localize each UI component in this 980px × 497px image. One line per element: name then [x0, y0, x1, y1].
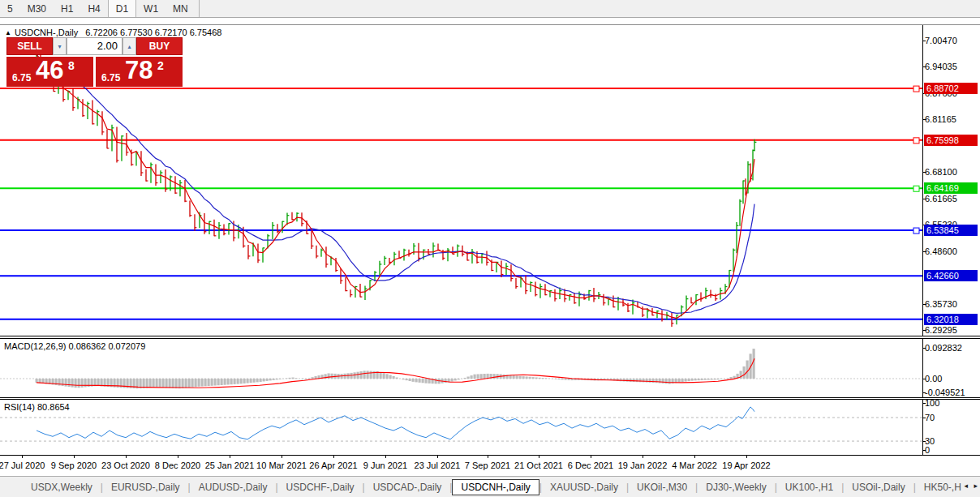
date-label: 9 Sep 2020 [51, 461, 97, 470]
timeframe-button-M30[interactable]: M30 [20, 0, 54, 17]
macd-histogram-bar [454, 379, 457, 380]
macd-histogram-bar [409, 379, 411, 381]
timeframe-button-H1[interactable]: H1 [54, 0, 80, 17]
macd-histogram-bar [458, 379, 460, 379]
axis-tick-label: 6.94035 [925, 62, 957, 71]
date-axis: 27 Jul 20209 Sep 202023 Oct 20208 Dec 20… [0, 455, 980, 476]
macd-histogram-bar [370, 371, 372, 379]
hline-handle[interactable] [913, 186, 919, 191]
macd-histogram-bar [208, 379, 210, 386]
chart-tab-usoil-daily[interactable]: USOil-,Daily [844, 479, 913, 495]
macd-histogram-bar [295, 378, 298, 379]
macd-histogram-bar [393, 376, 395, 379]
date-label: 7 Sep 2021 [465, 461, 510, 470]
macd-histogram-bar [445, 379, 447, 383]
buy-quote-button[interactable]: 6.75 78 2 [96, 57, 183, 87]
chart-tab-ukoil-m30[interactable]: UKOil-,M30 [629, 479, 695, 495]
date-label: 27 Jul 2020 [0, 461, 45, 470]
axis-tick-label: 7.00470 [925, 36, 957, 45]
timeframe-button-D1[interactable]: D1 [108, 0, 136, 17]
tab-scroll-left-icon[interactable]: ◂ [964, 482, 968, 490]
chart-tab-usdx-weekly[interactable]: USDX,Weekly [23, 479, 101, 495]
chart-tab-usdcad-daily[interactable]: USDCAD-,Daily [365, 479, 450, 495]
macd-histogram-bar [276, 379, 278, 379]
volume-decrease-button[interactable]: ▾ [53, 37, 67, 55]
symbol-period-label: USDCNH-,Daily [15, 28, 78, 37]
date-tickmark [22, 456, 23, 458]
one-click-trade-panel: SELL ▾ 2.00 ▴ BUY 6.75 46 8 6.75 78 2 [6, 37, 183, 87]
sell-button[interactable]: SELL [6, 37, 53, 55]
macd-histogram-bar [182, 379, 184, 388]
macd-histogram-bar [451, 379, 453, 382]
axis-tick-label: 6.29295 [925, 325, 957, 335]
macd-histogram-bar [662, 379, 664, 383]
macd-histogram-bar [643, 379, 645, 382]
macd-histogram-bar [159, 379, 161, 388]
chart-tab-dj30-weekly[interactable]: DJ30-,Weekly [698, 479, 774, 495]
macd-histogram-bar [659, 379, 661, 383]
macd-histogram-bar [386, 374, 389, 379]
macd-histogram-bar [513, 375, 515, 379]
tab-scroll-controls: ◂ ▸ [960, 482, 978, 490]
macd-histogram-bar [717, 379, 720, 379]
tab-scroll-right-icon[interactable]: ▸ [974, 482, 978, 490]
axis-tick-label: 0.00 [925, 374, 942, 383]
chart-tab-audusd-daily[interactable]: AUDUSD-,Daily [191, 479, 276, 495]
date-label: 8 Dec 2020 [155, 461, 200, 470]
macd-histogram-bar [279, 379, 282, 379]
ma-slow-line [37, 54, 754, 313]
chart-tab-eurusd-daily[interactable]: EURUSD-,Daily [103, 479, 188, 495]
macd-histogram-bar [175, 379, 178, 388]
rsi-canvas [0, 400, 922, 455]
macd-histogram-bar [214, 379, 217, 386]
rsi-label: RSI(14) 80.8654 [4, 402, 70, 412]
axis-tick-label: 6.81165 [925, 114, 956, 124]
rsi-line [37, 407, 754, 439]
timeframe-button-W1[interactable]: W1 [136, 0, 165, 17]
chart-tab-xauusd-daily[interactable]: XAUUSD-,Daily [542, 479, 626, 495]
date-label: 19 Apr 2022 [722, 461, 770, 470]
macd-histogram-bar [422, 379, 424, 383]
date-tickmark [591, 456, 591, 458]
date-label: 21 Oct 2021 [514, 461, 563, 470]
macd-histogram-bar [746, 361, 749, 379]
timeframe-button-H4[interactable]: H4 [80, 0, 107, 17]
sell-quote-button[interactable]: 6.75 46 8 [6, 57, 93, 87]
timeframe-button-MN[interactable]: MN [165, 0, 196, 17]
macd-histogram-bar [464, 378, 466, 379]
volume-increase-button[interactable]: ▴ [122, 37, 136, 55]
date-label: 10 Mar 2021 [256, 461, 307, 470]
macd-histogram-bar [81, 379, 84, 388]
chart-tab-uk100-h1[interactable]: UK100-,H1 [777, 479, 841, 495]
macd-histogram-bar [240, 379, 243, 383]
price-level-label-6.53845: 6.53845 [924, 225, 978, 236]
macd-histogram-bar [221, 379, 223, 385]
hline-handle[interactable] [913, 228, 919, 234]
buy-button[interactable]: BUY [136, 37, 183, 55]
chart-tab-usdcnh-daily[interactable]: USDCNH-,Daily [452, 479, 539, 495]
price-level-label-6.75998: 6.75998 [924, 135, 978, 146]
date-tickmark [74, 456, 75, 458]
date-label: 23 Jul 2021 [415, 461, 461, 470]
macd-histogram-bar [730, 377, 733, 379]
buy-price-pip: 2 [157, 59, 164, 72]
hline-handle[interactable] [913, 86, 919, 92]
chart-tab-usdchf-daily[interactable]: USDCHF-,Daily [278, 479, 363, 495]
macd-histogram-bar [97, 379, 100, 386]
macd-histogram-bar [649, 379, 651, 383]
trading-app: 5M30H1H4D1W1MN 7.004706.940356.876006.81… [0, 0, 980, 497]
macd-histogram-bar [535, 377, 538, 379]
collapse-arrow-icon[interactable]: ▲ [5, 29, 11, 36]
macd-histogram-bar [36, 379, 38, 383]
macd-histogram-bar [636, 379, 638, 382]
date-label: 6 Dec 2021 [568, 461, 613, 470]
macd-histogram-bar [357, 372, 359, 379]
timeframe-button-5[interactable]: 5 [0, 0, 20, 17]
macd-histogram-bar [701, 379, 703, 380]
volume-input[interactable]: 2.00 [67, 37, 122, 55]
macd-axis: 0.0928320.00-0.049521 [922, 339, 980, 397]
macd-histogram-bar [688, 379, 690, 381]
hline-handle[interactable] [913, 138, 919, 144]
macd-histogram-bar [146, 379, 148, 388]
macd-histogram-bar [529, 377, 531, 379]
